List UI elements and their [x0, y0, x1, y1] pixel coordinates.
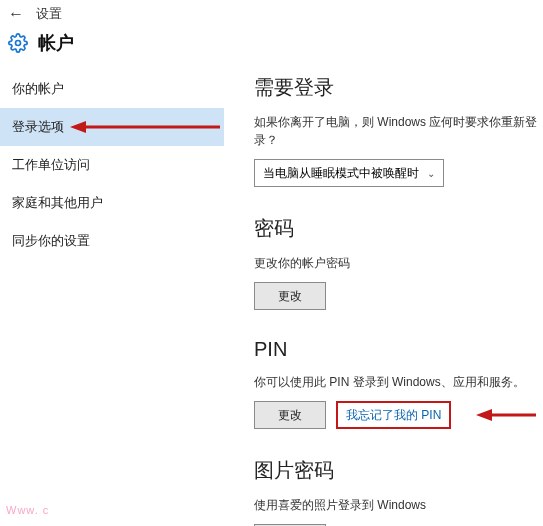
- button-label: 更改: [278, 407, 302, 424]
- content: 你的帐户 登录选项 工作单位访问 家庭和其他用户 同步你的设置 需要登录 如果你…: [0, 64, 543, 526]
- link-label: 我忘记了我的 PIN: [346, 407, 441, 424]
- sidebar-item-family[interactable]: 家庭和其他用户: [0, 184, 224, 222]
- page-title: 帐户: [38, 31, 74, 55]
- section-pin: PIN 你可以使用此 PIN 登录到 Windows、应用和服务。 更改 我忘记…: [254, 338, 539, 429]
- section-require-signin: 需要登录 如果你离开了电脑，则 Windows 应何时要求你重新登录？ 当电脑从…: [254, 74, 539, 187]
- section-title: 密码: [254, 215, 539, 242]
- sidebar: 你的帐户 登录选项 工作单位访问 家庭和其他用户 同步你的设置: [0, 64, 224, 526]
- sidebar-item-signin-options[interactable]: 登录选项: [0, 108, 224, 146]
- back-icon[interactable]: ←: [8, 5, 24, 23]
- header: 帐户: [0, 28, 543, 64]
- svg-marker-4: [476, 409, 492, 421]
- svg-point-0: [16, 41, 21, 46]
- password-desc: 更改你的帐户密码: [254, 254, 539, 272]
- titlebar: ← 设置: [0, 0, 543, 28]
- main: 需要登录 如果你离开了电脑，则 Windows 应何时要求你重新登录？ 当电脑从…: [224, 64, 543, 526]
- password-change-button[interactable]: 更改: [254, 282, 326, 310]
- sidebar-item-label: 家庭和其他用户: [12, 195, 103, 210]
- annotation-arrow-icon: [476, 406, 536, 424]
- sidebar-item-label: 登录选项: [12, 119, 64, 134]
- sidebar-item-label: 同步你的设置: [12, 233, 90, 248]
- pin-desc: 你可以使用此 PIN 登录到 Windows、应用和服务。: [254, 373, 539, 391]
- svg-marker-2: [70, 121, 86, 133]
- sidebar-item-label: 工作单位访问: [12, 157, 90, 172]
- require-signin-select[interactable]: 当电脑从睡眠模式中被唤醒时 ⌄: [254, 159, 444, 187]
- window-title: 设置: [36, 5, 62, 23]
- pin-change-button[interactable]: 更改: [254, 401, 326, 429]
- annotation-arrow-icon: [70, 118, 220, 136]
- section-title: PIN: [254, 338, 539, 361]
- select-value: 当电脑从睡眠模式中被唤醒时: [263, 165, 419, 182]
- section-picture-password: 图片密码 使用喜爱的照片登录到 Windows 添加: [254, 457, 539, 526]
- watermark: Www. c: [6, 504, 49, 516]
- sidebar-item-your-account[interactable]: 你的帐户: [0, 70, 224, 108]
- section-password: 密码 更改你的帐户密码 更改: [254, 215, 539, 310]
- sidebar-item-label: 你的帐户: [12, 81, 64, 96]
- gear-icon: [8, 33, 28, 53]
- sidebar-item-sync-settings[interactable]: 同步你的设置: [0, 222, 224, 260]
- picture-password-desc: 使用喜爱的照片登录到 Windows: [254, 496, 539, 514]
- chevron-down-icon: ⌄: [427, 168, 435, 179]
- section-title: 图片密码: [254, 457, 539, 484]
- section-title: 需要登录: [254, 74, 539, 101]
- sidebar-item-work-access[interactable]: 工作单位访问: [0, 146, 224, 184]
- require-signin-desc: 如果你离开了电脑，则 Windows 应何时要求你重新登录？: [254, 113, 539, 149]
- button-label: 更改: [278, 288, 302, 305]
- pin-forgot-link[interactable]: 我忘记了我的 PIN: [336, 401, 451, 429]
